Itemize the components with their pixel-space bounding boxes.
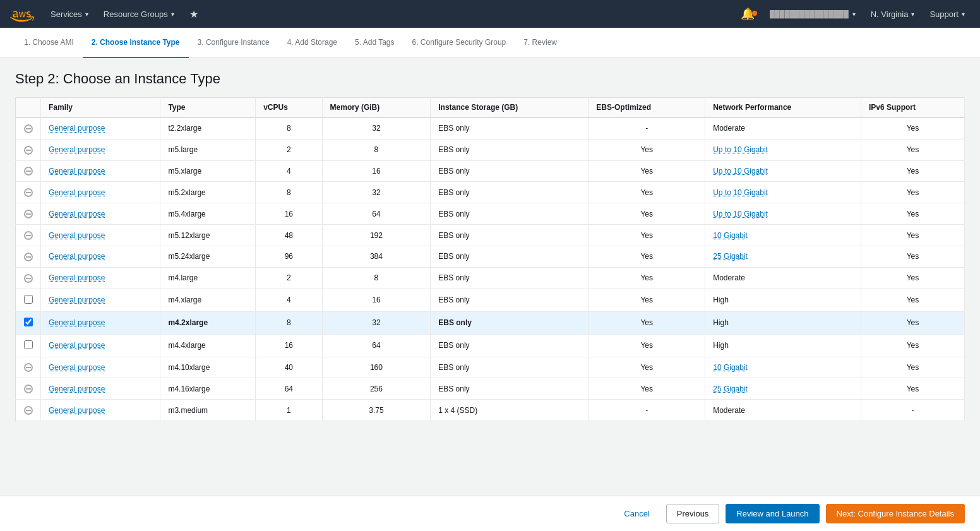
cell-ebs-opt: Yes [589,203,705,225]
cell-memory: 16 [322,160,431,182]
cell-vcpus: 8 [256,311,322,334]
cell-vcpus: 4 [256,289,322,311]
table-row[interactable]: General purposem5.4xlarge1664EBS onlyYes… [16,203,965,225]
page-title: Step 2: Choose an Instance Type [15,71,965,87]
table-row[interactable]: General purposem4.2xlarge832EBS onlyYesH… [16,311,965,334]
cell-ebs-opt: Yes [589,225,705,246]
step-configure-instance[interactable]: 3. Configure Instance [189,28,278,58]
row-checkbox-cell [16,139,41,160]
family-link[interactable]: General purpose [49,145,105,154]
family-link[interactable]: General purpose [49,406,105,415]
row-checkbox-cell [16,400,41,421]
cell-family: General purpose [41,400,160,421]
cell-vcpus: 16 [256,334,322,357]
cell-ebs-opt: - [589,400,705,421]
disabled-icon [24,231,33,240]
cell-type: m5.xlarge [160,160,256,182]
cell-network: Up to 10 Gigabit [705,139,861,160]
cell-network: High [705,289,861,311]
cell-ebs-opt: Yes [589,267,705,289]
cell-ebs-opt: - [589,117,705,139]
network-link[interactable]: 10 Gigabit [713,231,748,240]
network-link[interactable]: Up to 10 Gigabit [713,145,768,154]
table-row[interactable]: General purposem5.xlarge416EBS onlyYesUp… [16,160,965,182]
cell-storage: 1 x 4 (SSD) [431,400,589,421]
favorites-icon[interactable]: ★ [184,8,203,20]
table-row[interactable]: General purposem3.medium13.751 x 4 (SSD)… [16,400,965,421]
col-family: Family [41,98,160,118]
cell-memory: 32 [322,117,431,139]
family-link[interactable]: General purpose [49,273,105,282]
notification-badge [752,11,757,16]
table-row[interactable]: General purposem5.2xlarge832EBS onlyYesU… [16,182,965,203]
step-choose-instance-type[interactable]: 2. Choose Instance Type [83,28,189,58]
family-link[interactable]: General purpose [49,341,105,350]
cell-type: m5.2xlarge [160,182,256,203]
resource-groups-nav[interactable]: Resource Groups ▾ [99,0,179,28]
cell-ipv6: Yes [861,225,964,246]
notifications-bell[interactable]: 🔔 [736,7,760,21]
row-checkbox[interactable] [24,318,33,326]
network-link[interactable]: Up to 10 Gigabit [713,188,768,197]
table-row[interactable]: General purposem4.10xlarge40160EBS onlyY… [16,357,965,378]
family-link[interactable]: General purpose [49,385,105,393]
cell-memory: 384 [322,246,431,267]
row-checkbox-cell [16,289,41,311]
family-link[interactable]: General purpose [49,188,105,197]
table-row[interactable]: General purposem5.24xlarge96384EBS onlyY… [16,246,965,267]
family-link[interactable]: General purpose [49,210,105,218]
family-link[interactable]: General purpose [49,295,105,304]
table-row[interactable]: General purposet2.2xlarge832EBS only-Mod… [16,117,965,139]
instance-table-container[interactable]: Family Type vCPUs Memory (GiB) Instance … [15,97,965,421]
network-link[interactable]: 10 Gigabit [713,363,748,372]
step-choose-ami[interactable]: 1. Choose AMI [15,28,83,58]
cell-memory: 192 [322,225,431,246]
top-navigation: Services ▾ Resource Groups ▾ ★ 🔔 ███████… [0,0,980,28]
row-checkbox[interactable] [24,295,33,304]
table-row[interactable]: General purposem4.16xlarge64256EBS onlyY… [16,378,965,400]
cell-type: m5.4xlarge [160,203,256,225]
cell-type: m4.16xlarge [160,378,256,400]
table-row[interactable]: General purposem4.large28EBS onlyYesMode… [16,267,965,289]
cell-network: Up to 10 Gigabit [705,182,861,203]
cell-family: General purpose [41,203,160,225]
step-add-storage[interactable]: 4. Add Storage [278,28,346,58]
cell-ipv6: Yes [861,203,964,225]
family-link[interactable]: General purpose [49,231,105,240]
support-menu[interactable]: Support ▾ [924,9,970,19]
cell-network: Up to 10 Gigabit [705,203,861,225]
cell-ebs-opt: Yes [589,289,705,311]
family-link[interactable]: General purpose [49,124,105,133]
family-link[interactable]: General purpose [49,363,105,372]
cell-type: t2.2xlarge [160,117,256,139]
col-storage: Instance Storage (GB) [431,98,589,118]
table-row[interactable]: General purposem5.12xlarge48192EBS onlyY… [16,225,965,246]
family-link[interactable]: General purpose [49,318,105,327]
row-checkbox[interactable] [24,340,33,349]
network-link[interactable]: Up to 10 Gigabit [713,167,768,176]
table-row[interactable]: General purposem4.xlarge416EBS onlyYesHi… [16,289,965,311]
services-nav[interactable]: Services ▾ [45,0,93,28]
col-vcpus: vCPUs [256,98,322,118]
cell-family: General purpose [41,117,160,139]
table-row[interactable]: General purposem5.large28EBS onlyYesUp t… [16,139,965,160]
step-security-group[interactable]: 6. Configure Security Group [403,28,515,58]
cell-network: 25 Gigabit [705,246,861,267]
cell-ebs-opt: Yes [589,182,705,203]
cell-vcpus: 8 [256,117,322,139]
family-link[interactable]: General purpose [49,252,105,261]
user-menu[interactable]: ████████████████ ▾ [765,10,861,18]
step-add-tags[interactable]: 5. Add Tags [346,28,403,58]
cell-storage: EBS only [431,182,589,203]
network-link[interactable]: 25 Gigabit [713,252,748,261]
step-review[interactable]: 7. Review [515,28,566,58]
region-selector[interactable]: N. Virginia ▾ [866,9,920,19]
cell-vcpus: 2 [256,267,322,289]
cell-type: m5.large [160,139,256,160]
row-checkbox-cell [16,357,41,378]
aws-logo[interactable] [10,5,35,23]
network-link[interactable]: 25 Gigabit [713,385,748,393]
family-link[interactable]: General purpose [49,167,105,176]
table-row[interactable]: General purposem4.4xlarge1664EBS onlyYes… [16,334,965,357]
network-link[interactable]: Up to 10 Gigabit [713,210,768,218]
